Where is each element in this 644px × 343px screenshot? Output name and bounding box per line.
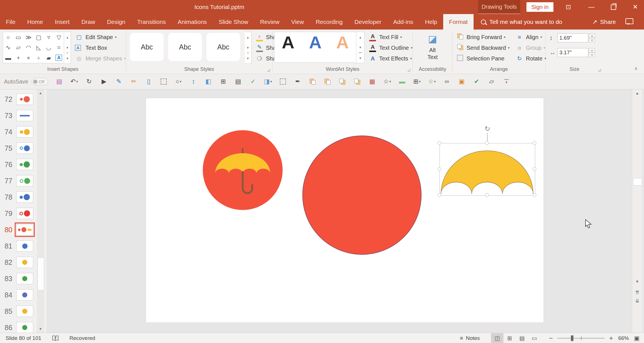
ribbon-tab[interactable]: Developer xyxy=(348,14,387,30)
send-backward-icon[interactable]: ▾ xyxy=(339,79,346,85)
slide-thumbnail[interactable] xyxy=(16,110,33,121)
reuse-slides-icon[interactable]: ▦ ▾ xyxy=(368,78,376,85)
fit-slide-to-window-icon[interactable]: ▣ xyxy=(634,335,640,342)
wave-shape[interactable]: ∿ xyxy=(6,44,11,50)
zoom-out-button[interactable]: − xyxy=(548,334,554,342)
reading-view-button[interactable]: ▤ xyxy=(516,333,528,343)
text-box-button[interactable]: A Text Box xyxy=(75,42,126,53)
slide-thumbnail-row[interactable]: 81 xyxy=(0,238,36,254)
resize-handle-sw[interactable] xyxy=(438,193,441,197)
edit-shape-button[interactable]: ▢ Edit Shape ▾ xyxy=(75,32,126,42)
shape-style-preset[interactable]: Abc xyxy=(168,33,202,61)
send-to-back-icon[interactable]: ▾ xyxy=(353,79,361,85)
slide-thumbnail-row[interactable]: 80 xyxy=(0,222,36,238)
plus-shape[interactable]: + xyxy=(17,55,20,61)
red-circle-shape[interactable] xyxy=(302,135,422,255)
slide-thumbnail-row[interactable]: 82 xyxy=(0,254,36,270)
wordart-down-icon[interactable]: ▾ xyxy=(356,42,364,52)
chevron-shape[interactable]: ≫ xyxy=(25,34,31,40)
animation-painter-icon[interactable]: ☆ ▾ xyxy=(383,78,391,85)
ribbon-tab[interactable]: File xyxy=(0,14,21,30)
photo-album-icon[interactable]: ▣ ▾ xyxy=(458,78,466,85)
ribbon-tab[interactable]: View xyxy=(285,14,310,30)
gallery-more-icon[interactable]: ▾ xyxy=(66,53,68,64)
zoom-slider[interactable] xyxy=(557,338,605,339)
text-fill-button[interactable]: A Text Fill ▾ xyxy=(368,32,413,42)
height-spin-up-icon[interactable]: ▴ xyxy=(589,33,595,38)
ribbon-tab[interactable]: Design xyxy=(101,14,131,30)
right-triangle-shape[interactable]: ◺ xyxy=(36,44,41,50)
slide-thumbnail[interactable] xyxy=(16,273,33,284)
selection-box-icon[interactable]: ▾ xyxy=(279,78,287,85)
tell-me-search[interactable]: Tell me what you want to do xyxy=(481,14,562,30)
size-dialog-launcher[interactable]: ◿ xyxy=(598,68,601,72)
slide-canvas-area[interactable]: ↻ ▲ ▼ ⇈ ⇊ xyxy=(46,89,644,333)
thumbnail-scrollbar[interactable]: ▲ ▼ xyxy=(37,89,44,333)
slide-thumbnail[interactable] xyxy=(16,94,33,105)
previous-slide-icon[interactable]: ⇈ xyxy=(632,290,642,295)
width-spin-down-icon[interactable]: ▾ xyxy=(589,53,595,57)
slide-thumbnail[interactable] xyxy=(16,126,33,137)
canvas-scroll-thumb[interactable] xyxy=(633,178,642,186)
slide-thumbnail[interactable] xyxy=(16,224,33,235)
start-from-beginning-icon[interactable]: ▶ ▾ xyxy=(100,78,108,85)
minimize-button[interactable]: — xyxy=(583,0,600,14)
slide-layout-icon[interactable]: ◧ ▾ xyxy=(204,78,212,85)
wordart-preset[interactable]: A xyxy=(282,34,294,51)
align-objects-icon[interactable]: ▬ ▾ xyxy=(398,78,406,85)
selection-pane-button[interactable]: Selection Pane xyxy=(456,53,510,64)
width-spin-up-icon[interactable]: ▴ xyxy=(589,48,595,53)
slide-thumbnail[interactable] xyxy=(16,175,33,186)
minus-shape[interactable]: ▬ xyxy=(5,55,11,61)
rounded-rectangle-shape[interactable]: ▢ xyxy=(36,34,41,40)
slide-thumbnail-row[interactable]: 73 xyxy=(0,107,36,124)
resize-handle-se[interactable] xyxy=(533,193,536,197)
ribbon-tab[interactable]: Add-ins xyxy=(387,14,419,30)
format-painter-icon[interactable]: ✏ ▾ xyxy=(130,78,138,85)
slide-sorter-icon[interactable]: ⊞ ▾ xyxy=(219,78,227,85)
ribbon-tab[interactable]: Transitions xyxy=(131,14,172,30)
resize-handle-w[interactable] xyxy=(438,167,441,171)
proofing-book-icon[interactable] xyxy=(52,335,59,341)
normal-view-button[interactable]: ◫ xyxy=(491,333,503,343)
merge-shapes-button[interactable]: ◎ Merge Shapes ▾ xyxy=(75,53,126,64)
collapse-ribbon-icon[interactable]: ∧ xyxy=(634,66,638,71)
canvas-scrollbar[interactable]: ▲ ▼ ⇈ ⇊ xyxy=(632,89,642,333)
ink-replay-icon[interactable]: ▯ ▾ xyxy=(145,78,153,85)
styles-down-icon[interactable]: ▾ xyxy=(245,42,251,53)
resize-handle-n[interactable] xyxy=(485,141,489,145)
shape-width-input[interactable] xyxy=(557,48,588,57)
ribbon-tab[interactable]: Format xyxy=(443,14,474,30)
more-commands-icon[interactable]: ▾ ▾ xyxy=(503,79,510,84)
divide-shape[interactable]: ÷ xyxy=(37,55,40,61)
shape-style-preset[interactable]: Abc xyxy=(206,33,240,61)
arc-shape[interactable]: ◠ xyxy=(26,44,31,50)
slide-thumbnail-row[interactable]: 76 xyxy=(0,156,36,173)
zoom-slider-thumb[interactable] xyxy=(571,335,573,341)
notes-button[interactable]: ≡ Notes xyxy=(460,335,480,341)
slide-thumbnail[interactable] xyxy=(16,306,33,317)
slide-thumbnail-row[interactable]: 78 xyxy=(0,189,36,205)
slide-thumbnail[interactable] xyxy=(16,208,33,219)
resize-handle-e[interactable] xyxy=(533,167,536,171)
sign-in-button[interactable]: Sign in xyxy=(526,2,553,12)
zoom-in-button[interactable]: + xyxy=(608,334,614,342)
table-icon[interactable]: ⊞ ▾ xyxy=(413,78,421,85)
shapes-icon[interactable]: ○ ▾ xyxy=(175,78,183,85)
open-folder-icon[interactable]: ▱ ▾ xyxy=(488,78,496,85)
ribbon-tab[interactable]: Insert xyxy=(49,14,76,30)
slide-show-button[interactable]: ▭ xyxy=(528,333,541,343)
rotate-button[interactable]: ↻ Rotate ▾ xyxy=(515,53,546,64)
slide-thumbnail[interactable] xyxy=(16,257,33,268)
redo-icon[interactable]: ↻ ▾ xyxy=(85,78,93,85)
zoom-level[interactable]: 66% xyxy=(618,335,629,341)
equal-shape[interactable]: = xyxy=(57,44,60,50)
slide-thumbnail-row[interactable]: 83 xyxy=(0,270,36,287)
slide-thumbnail-row[interactable]: 84 xyxy=(0,287,36,303)
thumb-scroll-up-icon[interactable]: ▲ xyxy=(37,91,44,95)
ribbon-tab[interactable]: Review xyxy=(254,14,285,30)
resize-handle-s[interactable] xyxy=(485,193,489,197)
resize-handle-nw[interactable] xyxy=(438,141,441,145)
rectangle-shape[interactable]: ▭ xyxy=(15,34,21,40)
triangle-down-shape[interactable]: ▽ xyxy=(57,34,61,40)
